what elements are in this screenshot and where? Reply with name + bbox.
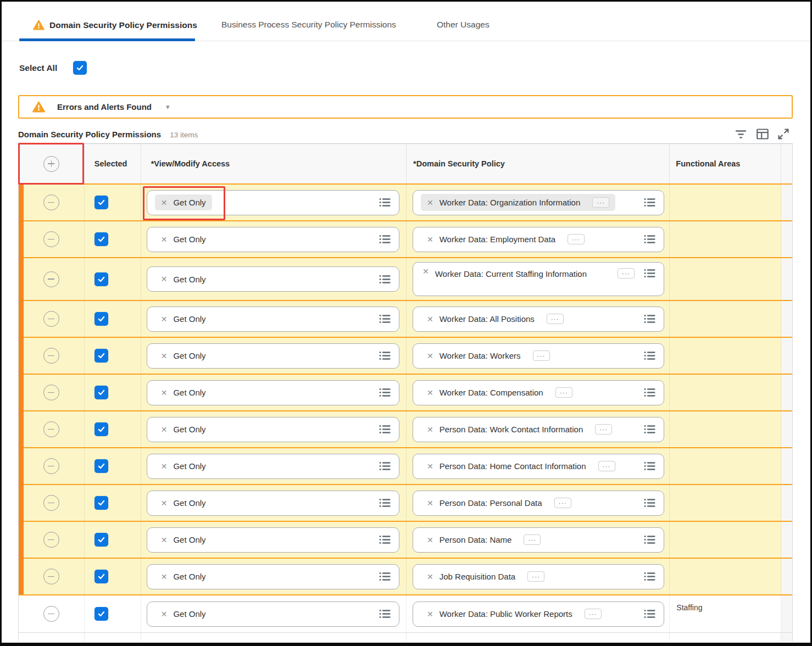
remove-value-icon[interactable]: ✕ (161, 352, 168, 360)
remove-row-button[interactable] (43, 421, 59, 437)
related-actions-button[interactable]: ··· (598, 461, 615, 471)
prompt-list-icon[interactable] (643, 234, 656, 244)
row-selected-checkbox[interactable] (94, 422, 108, 436)
view-modify-access-field[interactable]: ✕ Get Only (147, 602, 399, 627)
view-modify-access-field[interactable]: ✕ Get Only (147, 307, 399, 332)
prompt-list-icon[interactable] (379, 609, 391, 619)
remove-value-icon[interactable]: ✕ (427, 315, 433, 323)
prompt-list-icon[interactable] (379, 314, 391, 324)
prompt-list-icon[interactable] (643, 534, 656, 545)
view-modify-access-field[interactable]: ✕ Get Only (147, 417, 399, 442)
related-actions-button[interactable]: ··· (595, 424, 612, 435)
related-actions-button[interactable]: ··· (533, 350, 550, 361)
row-selected-checkbox[interactable] (94, 349, 108, 363)
remove-row-button[interactable] (43, 569, 59, 584)
view-modify-access-field[interactable]: ✕ Get Only (147, 190, 399, 215)
remove-value-icon[interactable]: ✕ (427, 536, 433, 544)
domain-security-policy-field[interactable]: ✕ Worker Data: Compensation ··· (413, 380, 664, 405)
domain-security-policy-field[interactable]: ✕ Worker Data: Current Staffing Informat… (413, 262, 664, 296)
remove-row-button[interactable] (43, 458, 59, 474)
related-actions-button[interactable]: ··· (555, 387, 572, 398)
remove-row-button[interactable] (43, 495, 59, 511)
remove-value-icon[interactable]: ✕ (161, 315, 168, 323)
remove-value-icon[interactable]: ✕ (161, 573, 168, 581)
remove-row-button[interactable] (43, 231, 59, 247)
remove-value-icon[interactable]: ✕ (161, 499, 168, 507)
view-modify-access-field[interactable]: ✕ Get Only (147, 527, 399, 553)
domain-security-policy-field[interactable]: ✕ Worker Data: Public Worker Reports ··· (413, 602, 664, 627)
row-selected-checkbox[interactable] (94, 607, 108, 621)
view-modify-access-field[interactable]: ✕ Get Only (147, 266, 399, 292)
remove-row-button[interactable] (43, 385, 59, 400)
related-actions-button[interactable]: ··· (524, 534, 541, 545)
select-all-checkbox[interactable] (73, 61, 87, 75)
prompt-list-icon[interactable] (379, 387, 391, 398)
prompt-list-icon[interactable] (379, 197, 391, 208)
domain-security-policy-field[interactable]: ✕ Worker Data: Workers ··· (413, 343, 664, 369)
domain-security-policy-field[interactable]: ✕ Person Data: Work Contact Information … (413, 417, 664, 442)
prompt-list-icon[interactable] (643, 268, 656, 279)
add-row-button[interactable] (43, 156, 59, 172)
filter-icon[interactable] (734, 129, 748, 140)
prompt-list-icon[interactable] (643, 424, 656, 435)
remove-value-icon[interactable]: ✕ (427, 573, 433, 581)
remove-value-icon[interactable]: ✕ (161, 536, 168, 544)
domain-security-policy-field[interactable]: ✕ Worker Data: Employment Data ··· (413, 227, 664, 252)
remove-value-icon[interactable]: ✕ (427, 236, 433, 243)
view-modify-access-field[interactable]: ✕ Get Only (147, 491, 399, 516)
row-selected-checkbox[interactable] (94, 459, 108, 473)
remove-value-icon[interactable]: ✕ (427, 352, 433, 360)
chevron-down-icon[interactable]: ▾ (166, 103, 170, 111)
prompt-list-icon[interactable] (643, 197, 656, 208)
domain-security-policy-field[interactable]: ✕ Job Requisition Data ··· (413, 564, 664, 589)
tab-domain-security-policy-permissions[interactable]: Domain Security Policy Permissions (33, 20, 197, 30)
remove-value-icon[interactable]: ✕ (161, 426, 168, 433)
remove-value-icon[interactable]: ✕ (427, 426, 433, 433)
view-modify-access-field[interactable]: ✕ Get Only (147, 343, 399, 369)
remove-row-button[interactable] (43, 271, 59, 287)
errors-and-alerts-banner[interactable]: Errors and Alerts Found ▾ (18, 95, 793, 119)
prompt-list-icon[interactable] (379, 498, 391, 508)
prompt-list-icon[interactable] (643, 498, 656, 508)
prompt-list-icon[interactable] (379, 424, 391, 435)
row-selected-checkbox[interactable] (94, 312, 108, 326)
tab-other-usages[interactable]: Other Usages (437, 20, 490, 30)
related-actions-button[interactable]: ··· (585, 609, 602, 619)
remove-value-icon[interactable]: ✕ (427, 199, 433, 207)
related-actions-button[interactable]: ··· (592, 197, 609, 208)
related-actions-button[interactable]: ··· (554, 498, 571, 508)
prompt-list-icon[interactable] (643, 609, 656, 619)
row-selected-checkbox[interactable] (94, 496, 108, 510)
remove-row-button[interactable] (43, 532, 59, 548)
related-actions-button[interactable]: ··· (547, 314, 564, 324)
remove-value-icon[interactable]: ✕ (161, 389, 168, 397)
domain-security-policy-field[interactable]: ✕ Worker Data: All Positions ··· (413, 307, 664, 332)
remove-value-icon[interactable]: ✕ (161, 275, 168, 283)
remove-value-icon[interactable]: ✕ (427, 389, 433, 397)
tab-business-process-security-policy-permissions[interactable]: Business Process Security Policy Permiss… (221, 20, 396, 30)
row-selected-checkbox[interactable] (94, 386, 108, 399)
remove-value-icon[interactable]: ✕ (427, 463, 433, 470)
view-modify-access-field[interactable]: ✕ Get Only (147, 454, 399, 479)
prompt-list-icon[interactable] (643, 387, 656, 398)
remove-value-icon[interactable]: ✕ (422, 268, 429, 275)
remove-value-icon[interactable]: ✕ (427, 610, 433, 618)
remove-value-icon[interactable]: ✕ (161, 199, 168, 207)
row-selected-checkbox[interactable] (94, 196, 108, 209)
remove-row-button[interactable] (43, 194, 59, 210)
remove-value-icon[interactable]: ✕ (161, 610, 168, 618)
remove-value-icon[interactable]: ✕ (161, 236, 168, 243)
prompt-list-icon[interactable] (379, 350, 391, 361)
remove-row-button[interactable] (43, 311, 59, 327)
remove-row-button[interactable] (43, 606, 59, 622)
prompt-list-icon[interactable] (379, 461, 391, 471)
domain-security-policy-field[interactable]: ✕ Person Data: Personal Data ··· (413, 491, 664, 516)
related-actions-button[interactable]: ··· (527, 571, 544, 582)
row-selected-checkbox[interactable] (94, 232, 108, 246)
expand-icon[interactable] (777, 128, 789, 140)
view-modify-access-field[interactable]: ✕ Get Only (147, 564, 399, 589)
domain-security-policy-field[interactable]: ✕ Person Data: Home Contact Information … (413, 454, 664, 479)
domain-security-policy-field[interactable]: ✕ Worker Data: Organization Information … (413, 190, 664, 215)
row-selected-checkbox[interactable] (94, 272, 108, 286)
remove-row-button[interactable] (43, 348, 59, 364)
